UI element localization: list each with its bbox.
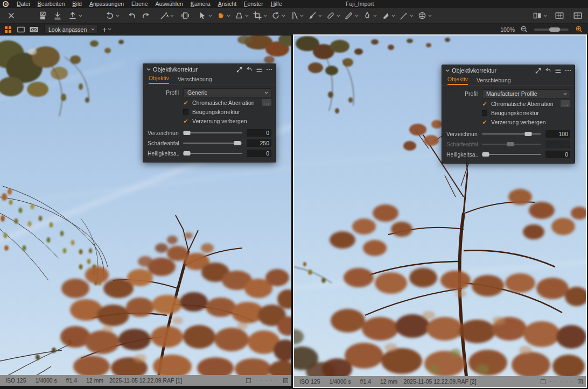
rating-dots[interactable]: ·····: [255, 378, 281, 383]
more-options-icon[interactable]: [565, 69, 571, 72]
draw-mask-tool[interactable]: [307, 11, 322, 20]
menu-anpassungen[interactable]: Anpassungen: [86, 0, 128, 8]
fill-flag-icon[interactable]: [381, 11, 390, 20]
straighten-tool[interactable]: [289, 11, 304, 20]
zoom-slider-handle[interactable]: [549, 27, 560, 32]
checkbox-checked-icon[interactable]: [183, 100, 188, 105]
add-look-control[interactable]: +: [102, 25, 111, 34]
redo-icon[interactable]: [141, 11, 151, 20]
tab-verschiebung[interactable]: Verschiebung: [477, 77, 511, 85]
chevron-down-icon[interactable]: [107, 25, 111, 34]
viewer-only-icon[interactable]: [16, 25, 26, 34]
menu-datei[interactable]: Datei: [13, 0, 34, 8]
import-icon[interactable]: [53, 11, 62, 20]
viewer-split-control[interactable]: [533, 11, 547, 20]
thumbnail-toggle-icon[interactable]: [283, 378, 288, 383]
menu-ansicht[interactable]: Ansicht: [214, 0, 240, 8]
plus-icon[interactable]: +: [102, 27, 107, 32]
clone-tool[interactable]: [417, 11, 432, 20]
checkbox-checked-icon[interactable]: [183, 118, 188, 124]
rotate-icon[interactable]: [271, 11, 281, 20]
chevron-down-icon[interactable]: [226, 11, 230, 20]
tab-objektiv[interactable]: Objektiv: [447, 76, 468, 85]
fill-mask-tool[interactable]: [381, 11, 395, 20]
flat-pencil-icon[interactable]: [344, 11, 354, 20]
ca-options-button[interactable]: ...: [262, 99, 271, 106]
sharpness-falloff-value[interactable]: 250: [247, 139, 271, 147]
magic-wand-icon[interactable]: [159, 11, 169, 20]
menu-fenster[interactable]: Fenster: [240, 0, 267, 8]
panel-header[interactable]: Objektivkorrektur: [143, 64, 276, 75]
presets-menu-icon[interactable]: [256, 67, 262, 72]
crop-icon[interactable]: [253, 11, 262, 20]
rotate-tool[interactable]: [271, 11, 285, 20]
distortion-value[interactable]: 100: [545, 130, 570, 138]
radial-gradient-tool[interactable]: [362, 11, 377, 20]
brush-icon[interactable]: [307, 11, 317, 20]
chevron-down-icon[interactable]: [263, 11, 267, 20]
light-falloff-slider[interactable]: [482, 154, 541, 155]
distortion-value[interactable]: 0: [247, 129, 271, 137]
reset-icon[interactable]: [246, 67, 253, 73]
chevron-down-icon[interactable]: [115, 11, 120, 20]
eraser-icon[interactable]: [326, 11, 335, 20]
ca-options-button[interactable]: ...: [561, 100, 570, 107]
auto-adjust-control[interactable]: [159, 11, 174, 20]
crop-tool[interactable]: [253, 11, 267, 20]
light-falloff-value[interactable]: 0: [247, 150, 271, 157]
slider-handle[interactable]: [183, 151, 190, 155]
viewer-grid-icon[interactable]: [555, 11, 564, 20]
slider-handle[interactable]: [234, 141, 241, 145]
chevron-down-icon[interactable]: [281, 11, 285, 20]
checkbox-row-diffraction[interactable]: Beugungskorrektur: [183, 108, 271, 116]
menu-bearbeiten[interactable]: Bearbeiten: [34, 0, 69, 8]
light-falloff-slider[interactable]: [183, 153, 242, 154]
undo-all-icon[interactable]: [105, 11, 115, 20]
menu-auswaehlen[interactable]: Auswählen: [151, 0, 186, 8]
chevron-down-icon[interactable]: [318, 11, 322, 20]
chevron-down-icon[interactable]: [208, 11, 212, 20]
profile-dropdown[interactable]: Generic: [183, 88, 271, 97]
viewer-split-icon[interactable]: [533, 11, 542, 20]
pick-checkbox[interactable]: [541, 379, 545, 384]
hand-icon[interactable]: [216, 11, 226, 20]
rating-dots[interactable]: ·····: [550, 379, 576, 384]
more-options-icon[interactable]: [266, 68, 272, 70]
heal-tool[interactable]: [399, 11, 414, 20]
checkbox-unchecked-icon[interactable]: [183, 109, 188, 115]
menu-hilfe[interactable]: Hilfe: [267, 0, 286, 8]
tab-verschiebung[interactable]: Verschiebung: [178, 76, 212, 84]
checkbox-checked-icon[interactable]: [482, 119, 487, 125]
copy-adjustments-icon[interactable]: [535, 68, 541, 74]
export-icon[interactable]: [68, 11, 78, 20]
chevron-down-icon[interactable]: [78, 11, 82, 20]
undo-all-control[interactable]: [105, 11, 120, 20]
distortion-slider[interactable]: [183, 132, 242, 133]
undo-icon[interactable]: [127, 11, 137, 20]
light-falloff-value[interactable]: 0: [545, 151, 570, 158]
checkbox-row-hide-distortion[interactable]: Verzerrung verbergen: [183, 117, 271, 125]
erase-mask-tool[interactable]: [326, 11, 340, 20]
proof-view-icon[interactable]: [29, 25, 39, 34]
select-adjustments-icon[interactable]: [38, 11, 47, 20]
cursor-icon[interactable]: [198, 11, 207, 20]
chevron-down-icon[interactable]: [391, 11, 395, 20]
slider-handle[interactable]: [482, 152, 489, 157]
chevron-down-icon[interactable]: [428, 11, 432, 20]
pick-checkbox[interactable]: [246, 378, 251, 383]
thumbnail-toggle-icon[interactable]: [578, 379, 583, 384]
checkbox-row-diffraction[interactable]: Beugungskorrektur: [482, 109, 570, 117]
cursor-tool[interactable]: [198, 11, 212, 20]
pan-tool-active[interactable]: [216, 11, 230, 20]
browser-grid-icon[interactable]: [3, 25, 13, 34]
chevron-down-icon[interactable]: [336, 11, 340, 20]
slider-handle[interactable]: [524, 132, 531, 136]
menu-bild[interactable]: Bild: [68, 0, 86, 8]
checkbox-checked-icon[interactable]: [482, 101, 487, 107]
chevron-down-icon[interactable]: [170, 11, 174, 20]
zoom-in-icon[interactable]: [574, 25, 584, 34]
copy-adjustments-icon[interactable]: [236, 67, 242, 73]
chevron-down-icon[interactable]: [543, 11, 547, 20]
chevron-down-icon[interactable]: [409, 11, 414, 20]
pen-nib-icon[interactable]: [362, 11, 372, 20]
